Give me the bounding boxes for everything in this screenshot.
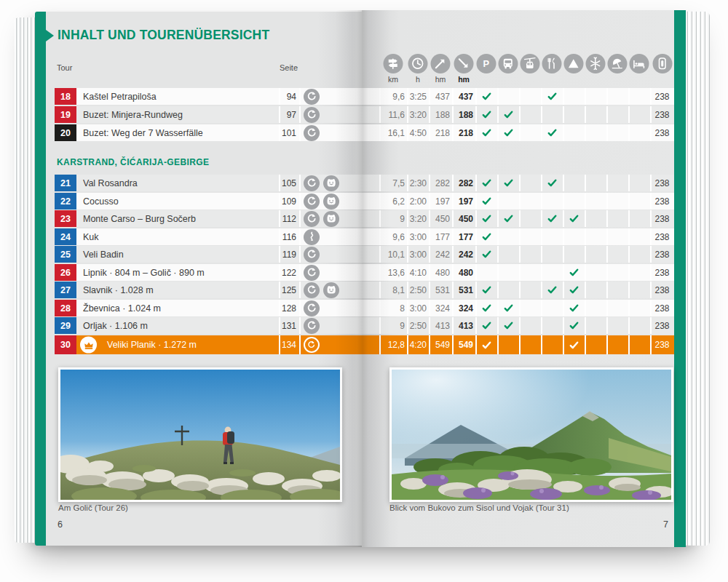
feature-check-cell xyxy=(563,246,585,263)
tour-number-badge: 29 xyxy=(55,317,76,334)
check-icon xyxy=(569,213,579,224)
feature-check-cell xyxy=(606,175,628,191)
loop-route-icon xyxy=(304,282,320,298)
descent-value: 324 xyxy=(452,300,475,316)
check-icon xyxy=(547,91,558,102)
route-type-icons xyxy=(299,106,379,123)
ascent-value: 549 xyxy=(429,335,452,354)
feature-check-cell xyxy=(628,317,650,334)
km-value: 8,1 xyxy=(379,282,407,298)
feature-check-cell xyxy=(563,335,585,354)
tour-row: 24Kuk1169,63:00177177238 xyxy=(0,228,728,245)
feature-check-cell xyxy=(519,335,541,354)
map-number: 238 xyxy=(650,124,674,141)
route-type-icons xyxy=(299,246,379,263)
feature-check-cell xyxy=(475,228,497,245)
tour-row: 25Veli Badin11910,13:00242242238 xyxy=(0,246,728,263)
time-value: 2:50 xyxy=(407,282,429,298)
left-photo xyxy=(58,367,342,502)
check-icon xyxy=(481,178,492,188)
family-icon xyxy=(323,211,339,227)
ascent-value: 218 xyxy=(429,124,452,141)
time-value: 2:50 xyxy=(407,317,429,334)
map-number: 238 xyxy=(650,335,674,354)
feature-check-cell xyxy=(585,88,606,105)
tour-number-badge: 21 xyxy=(55,175,76,191)
map-number: 238 xyxy=(650,88,674,105)
map-number: 238 xyxy=(650,106,674,123)
ascent-value: 450 xyxy=(429,210,452,227)
tour-name: Monte Carso – Burg Sočerb xyxy=(76,210,279,227)
feature-check-cell xyxy=(585,175,606,191)
feature-check-cell xyxy=(519,88,541,105)
tour-number-badge: 27 xyxy=(55,282,76,298)
check-icon xyxy=(481,303,492,314)
feature-check-cell xyxy=(563,264,585,281)
feature-check-cell xyxy=(497,300,519,316)
loop-route-icon xyxy=(304,175,320,191)
route-type-icons xyxy=(299,335,379,354)
feature-check-cell xyxy=(541,175,563,191)
feature-check-cell xyxy=(563,228,585,245)
feature-check-cell xyxy=(475,193,497,210)
ascent-value: 531 xyxy=(429,282,452,298)
check-icon xyxy=(569,303,579,314)
tour-number-badge: 25 xyxy=(55,246,76,263)
km-value: 9,6 xyxy=(379,228,407,245)
tour-row: 19Buzet: Minjera-Rundweg9711,63:20188188… xyxy=(0,106,728,123)
feature-check-cell xyxy=(606,124,628,141)
loop-route-icon xyxy=(304,125,320,141)
loop-route-icon xyxy=(304,337,320,353)
feature-check-cell xyxy=(497,335,519,354)
left-page-number: 6 xyxy=(58,519,63,530)
tour-name: Žbevnica · 1.024 m xyxy=(76,300,279,316)
km-value: 16,1 xyxy=(379,124,407,141)
feature-check-cell xyxy=(585,264,606,281)
time-value: 3:20 xyxy=(407,106,429,123)
loop-route-icon xyxy=(304,318,320,334)
feature-check-cell xyxy=(628,106,650,123)
feature-check-cell xyxy=(475,124,497,141)
route-type-icons xyxy=(299,175,379,191)
feature-check-cell xyxy=(606,88,628,105)
feature-check-cell xyxy=(585,282,606,298)
feature-check-cell xyxy=(475,335,497,354)
route-type-icons xyxy=(299,124,379,141)
feature-check-cell xyxy=(541,106,563,123)
feature-check-cell xyxy=(541,210,563,227)
descent-value: 531 xyxy=(452,282,475,298)
tour-number-badge: 23 xyxy=(55,210,76,227)
check-icon xyxy=(569,340,579,351)
feature-check-cell xyxy=(628,246,650,263)
tour-name: Buzet: Weg der 7 Wasserfälle xyxy=(76,124,279,141)
descent-value: 413 xyxy=(452,317,475,334)
feature-check-cell xyxy=(628,335,650,354)
tour-page-number: 122 xyxy=(279,264,299,281)
feature-check-cell xyxy=(585,228,606,245)
feature-check-cell xyxy=(628,175,650,191)
tour-number-badge: 28 xyxy=(55,300,76,316)
map-number: 238 xyxy=(650,317,674,334)
feature-check-cell xyxy=(541,300,563,316)
feature-check-cell xyxy=(541,124,563,141)
check-icon xyxy=(481,284,492,295)
tour-page-number: 94 xyxy=(279,88,299,105)
feature-check-cell xyxy=(585,106,606,123)
section-title: KARSTRAND, ČIĆARIJA-GEBIRGE xyxy=(57,157,209,167)
feature-check-cell xyxy=(585,335,606,354)
route-type-icons xyxy=(299,317,379,334)
time-value: 3:00 xyxy=(407,246,429,263)
check-icon xyxy=(481,91,492,102)
feature-check-cell xyxy=(563,88,585,105)
map-number: 238 xyxy=(650,210,674,227)
ascent-value: 197 xyxy=(429,193,452,210)
feature-check-cell xyxy=(628,300,650,316)
right-page-number: 7 xyxy=(389,519,668,530)
loop-route-icon xyxy=(304,107,320,123)
route-type-icons xyxy=(299,193,379,210)
feature-check-cell xyxy=(497,246,519,263)
time-value: 3:00 xyxy=(407,228,429,245)
map-number: 238 xyxy=(650,228,674,245)
tour-row: 20Buzet: Weg der 7 Wasserfälle10116,14:5… xyxy=(0,124,728,141)
feature-check-cell xyxy=(563,175,585,191)
